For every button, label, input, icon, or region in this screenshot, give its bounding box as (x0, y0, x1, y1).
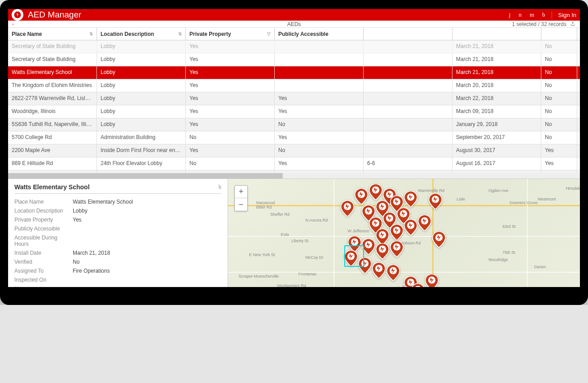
horizontal-scrollbar[interactable] (8, 173, 580, 178)
table-cell (275, 53, 364, 66)
table-row[interactable]: 2200 Maple AveInside Dorm First Floor ne… (8, 144, 580, 157)
table-row[interactable]: Secretary of State BuildingLobbyYesMarch… (8, 53, 580, 66)
table-row[interactable]: 2622-2778 Warrenville Rd, Lisle, Illinoi… (8, 92, 580, 105)
table-row[interactable]: Watts Elementary SchoolLobbyYesMarch 21,… (8, 66, 580, 79)
sort-icon[interactable]: ⇅ (89, 31, 93, 36)
data-table: Place Name⇅ Location Description⇅ Privat… (8, 28, 580, 178)
aed-pin-icon[interactable] (341, 200, 354, 217)
detail-value: Lobby (73, 208, 88, 214)
table-row[interactable]: Woodridge, IllinoisLobbyYesYesMarch 09, … (8, 105, 580, 118)
table-cell: March 22, 2018 (452, 92, 541, 105)
header-icon-n[interactable]: n (518, 11, 522, 18)
table-cell: No (275, 118, 364, 131)
map-zoom-controls: + − (234, 185, 248, 211)
download-icon[interactable] (570, 21, 575, 27)
table-header-row: Place Name⇅ Location Description⇅ Privat… (8, 28, 580, 40)
zoom-out-button[interactable]: − (235, 198, 247, 211)
map-label: W Jefferson (348, 229, 369, 233)
map-label: Marywood (256, 200, 275, 205)
map-label: 63rd St (503, 224, 516, 229)
column-header-public[interactable]: Publicly Accessible (275, 28, 364, 40)
map-selection-box (344, 245, 364, 267)
aed-pin-icon[interactable] (429, 193, 442, 209)
header-icon-b[interactable]: b (542, 11, 545, 18)
detail-row: VerifiedNo (14, 257, 221, 266)
map-pane[interactable]: ⋮ MarywoodEolaFrontenacScraper-Moescherv… (228, 179, 580, 287)
table-cell (364, 66, 452, 79)
table-cell: March 21, 2018 (452, 40, 541, 53)
table-cell: Lobby (97, 40, 186, 53)
aed-pin-icon[interactable] (376, 243, 389, 259)
edit-icon[interactable]: h (219, 184, 221, 191)
aed-pin-icon[interactable] (411, 283, 425, 287)
aed-pin-icon[interactable] (418, 215, 431, 231)
table-cell: No (541, 131, 577, 144)
filter-icon[interactable]: ▽ (267, 31, 271, 36)
table-cell (364, 40, 452, 53)
map-label: E New York St (249, 252, 275, 257)
table-row[interactable]: 5700 College RdAdministration BuildingNo… (8, 131, 580, 144)
table-row[interactable]: The Kingdom of Elohim MinistriesLobbyYes… (8, 79, 580, 92)
column-header-hours[interactable] (364, 28, 452, 40)
sort-icon[interactable]: ⇅ (178, 31, 182, 36)
table-row[interactable]: 5S636 Tuthill Rd, Naperville, Illinois, … (8, 118, 580, 131)
aed-pin-icon[interactable] (425, 274, 439, 287)
table-cell (364, 144, 452, 157)
aed-pin-icon[interactable] (355, 188, 368, 205)
header-icon-j[interactable]: j (509, 11, 511, 18)
table-cell: March 20, 2018 (452, 79, 541, 92)
table-cell: March 09, 2018 (452, 105, 541, 118)
map-label: Liberty St (291, 239, 308, 243)
map-label: McCoy Dr (305, 255, 323, 260)
aed-pin-icon[interactable] (372, 262, 386, 279)
table-cell: Woodridge, Illinois (8, 105, 97, 118)
aed-pin-icon[interactable] (397, 286, 410, 287)
column-header-location[interactable]: Location Description⇅ (97, 28, 186, 40)
table-cell: 2622-2778 Warrenville Rd, Lisle, Illinoi… (8, 92, 97, 105)
zoom-in-button[interactable]: + (235, 186, 247, 198)
app-header: AED Manager j n m b Sign In (8, 9, 580, 21)
table-cell: No (186, 157, 275, 170)
map-label: Downers Grove (509, 200, 538, 205)
map-label: Scraper-Moescherville (239, 274, 279, 279)
back-icon[interactable]: ◦ (8, 21, 18, 27)
table-cell: Yes (275, 131, 364, 144)
detail-value: No (73, 259, 79, 265)
column-header-place[interactable]: Place Name⇅ (8, 28, 97, 40)
detail-label: Location Description (14, 208, 73, 214)
aed-pin-icon[interactable] (404, 191, 417, 207)
column-header-private[interactable]: Private Property▽ (186, 28, 275, 40)
table-cell: No (541, 66, 577, 79)
table-row[interactable]: 869 E Hillside Rd24th Floor Elevator Lob… (8, 157, 580, 170)
column-header-verified[interactable] (541, 28, 577, 40)
aed-pin-icon[interactable] (386, 265, 400, 281)
map-road (333, 179, 334, 287)
aed-pin-icon[interactable] (369, 184, 382, 200)
table-cell: No (541, 118, 577, 131)
table-cell: No (541, 92, 577, 105)
table-body[interactable]: Secretary of State BuildingLobbyYesMarch… (8, 40, 580, 173)
header-icon-m[interactable]: m (530, 11, 534, 18)
scrollbar-thumb[interactable] (8, 173, 283, 178)
table-cell: Yes (541, 157, 577, 170)
aed-pin-icon[interactable] (404, 219, 417, 235)
table-cell: Yes (541, 144, 577, 157)
table-cell: March 21, 2018 (452, 66, 541, 79)
detail-value: March 21, 2018 (73, 250, 110, 256)
sign-in-button[interactable]: Sign In (552, 12, 576, 18)
table-cell: No (541, 79, 577, 92)
table-cell: Secretary of State Building (8, 40, 97, 53)
table-cell: Administration Building (97, 131, 186, 144)
aed-pin-icon[interactable] (432, 231, 446, 248)
table-row[interactable]: Secretary of State BuildingLobbyYesMarch… (8, 40, 580, 53)
detail-row: Assigned ToFire Operations (14, 266, 221, 275)
aed-pin-icon[interactable] (390, 224, 404, 240)
detail-value: Yes (73, 217, 82, 223)
aed-pin-icon[interactable] (390, 241, 404, 257)
table-cell (364, 105, 452, 118)
aed-pin-icon[interactable] (376, 229, 389, 245)
map-label: Eola (281, 232, 289, 237)
table-cell: January 29, 2018 (452, 118, 541, 131)
detail-label: Verified (14, 259, 73, 265)
column-header-date[interactable] (452, 28, 541, 40)
